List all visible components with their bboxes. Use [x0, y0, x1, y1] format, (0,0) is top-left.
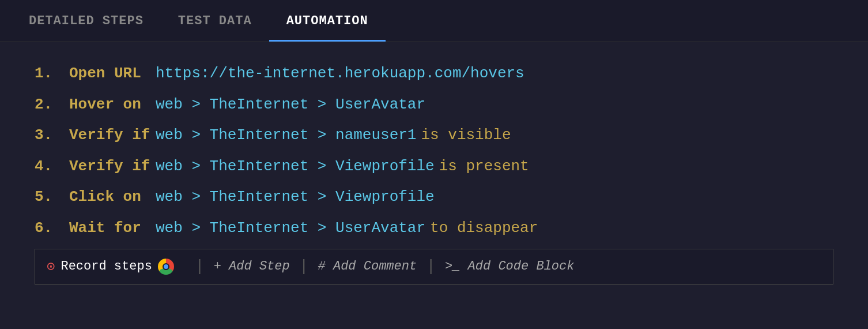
step-item-1: 1. Open URL https://the-internet.herokua…	[35, 59, 833, 88]
record-steps-label: Record steps	[61, 259, 152, 274]
step-params-3: web > TheInternet > nameuser1	[156, 124, 416, 148]
chrome-browser-icon	[158, 259, 174, 275]
step-action-2: Hover on	[69, 93, 156, 117]
step-params-5: web > TheInternet > Viewprofile	[156, 185, 435, 210]
step-suffix-6: to disappear	[430, 216, 538, 241]
divider-3: |	[417, 257, 445, 275]
step-item-6: 6. Wait for web > TheInternet > UserAvat…	[35, 214, 833, 243]
step-number-5: 5.	[35, 185, 69, 210]
tab-test-data[interactable]: TEST DATA	[161, 0, 269, 42]
step-item-2: 2. Hover on web > TheInternet > UserAvat…	[35, 91, 833, 119]
step-action-6: Wait for	[69, 216, 156, 241]
step-params-4: web > TheInternet > Viewprofile	[156, 155, 435, 179]
step-item-3: 3. Verify if web > TheInternet > nameuse…	[35, 121, 833, 150]
step-suffix-3: is visible	[421, 124, 511, 148]
step-number-4: 4.	[35, 155, 69, 179]
step-number-1: 1.	[35, 62, 69, 86]
step-params-2: web > TheInternet > UserAvatar	[156, 93, 425, 117]
step-action-1: Open URL	[69, 62, 156, 86]
step-number-3: 3.	[35, 124, 69, 148]
step-list: 1. Open URL https://the-internet.herokua…	[35, 54, 833, 243]
tab-automation[interactable]: AUTOMATION	[269, 0, 386, 42]
step-action-3: Verify if	[69, 124, 156, 148]
step-item-4: 4. Verify if web > TheInternet > Viewpro…	[35, 152, 833, 181]
tab-detailed-steps[interactable]: DETAILED STEPS	[12, 0, 161, 42]
step-number-2: 2.	[35, 93, 69, 117]
divider-1: |	[186, 257, 214, 275]
record-icon: ⊙	[47, 258, 55, 275]
footer-bar: ⊙ Record steps | + Add Step | # Add Comm…	[35, 249, 833, 285]
step-action-5: Click on	[69, 185, 156, 210]
record-steps-button[interactable]: ⊙ Record steps	[35, 258, 186, 275]
add-step-button[interactable]: + Add Step	[214, 259, 290, 274]
add-code-block-button[interactable]: >_ Add Code Block	[445, 259, 574, 274]
step-item-5: 5. Click on web > TheInternet > Viewprof…	[35, 183, 833, 212]
step-action-4: Verify if	[69, 155, 156, 179]
step-params-1: https://the-internet.herokuapp.com/hover…	[156, 62, 524, 86]
step-number-6: 6.	[35, 216, 69, 241]
content-area: 1. Open URL https://the-internet.herokua…	[0, 42, 868, 296]
divider-2: |	[290, 257, 318, 275]
tab-bar: DETAILED STEPS TEST DATA AUTOMATION	[0, 0, 868, 42]
step-suffix-4: is present	[439, 155, 529, 179]
add-comment-button[interactable]: # Add Comment	[318, 259, 417, 274]
step-params-6: web > TheInternet > UserAvatar	[156, 216, 425, 241]
